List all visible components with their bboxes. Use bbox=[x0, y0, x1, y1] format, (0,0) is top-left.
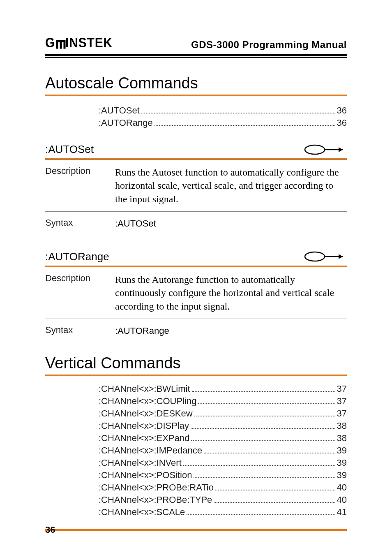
brand-text-right: INSTEK bbox=[65, 35, 113, 51]
cmd-block-autorange: :AUTORange Description Runs the Autorang… bbox=[45, 250, 347, 343]
row-label: Syntax bbox=[45, 325, 115, 337]
toc-row: :CHANnel<x>:BWLimit37 bbox=[99, 384, 347, 394]
row-syntax: Syntax :AUTORange bbox=[45, 319, 347, 343]
toc-leaders bbox=[187, 507, 335, 515]
autoscale-toc: :AUTOSet 36 :AUTORange 36 bbox=[99, 105, 347, 128]
toc-cmd: :CHANnel<x>:SCALe bbox=[99, 507, 185, 518]
toc-cmd: :CHANnel<x>:PROBe:RATio bbox=[99, 482, 214, 493]
toc-leaders bbox=[204, 445, 335, 453]
toc-row: :CHANnel<x>:INVert39 bbox=[99, 458, 347, 468]
row-description: Description Runs the Autoset function to… bbox=[45, 160, 347, 211]
toc-row: :AUTORange 36 bbox=[99, 118, 347, 128]
toc-page: 39 bbox=[337, 470, 347, 481]
section-title-autoscale: Autoscale Commands bbox=[45, 74, 347, 92]
toc-cmd: :CHANnel<x>:COUPling bbox=[99, 396, 196, 407]
toc-cmd: :AUTORange bbox=[99, 118, 153, 128]
toc-row: :CHANnel<x>:DESKew37 bbox=[99, 408, 347, 419]
toc-leaders bbox=[183, 458, 335, 466]
manual-title: GDS-3000 Programming Manual bbox=[191, 39, 347, 51]
footer-rule bbox=[45, 529, 347, 531]
toc-page: 40 bbox=[337, 482, 347, 493]
svg-marker-2 bbox=[339, 147, 343, 152]
row-syntax: Syntax :AUTOSet bbox=[45, 211, 347, 236]
row-body: Runs the Autorange function to automatic… bbox=[115, 273, 347, 313]
section-title-vertical: Vertical Commands bbox=[45, 354, 347, 372]
toc-row: :CHANnel<x>:EXPand38 bbox=[99, 433, 347, 444]
brand-text-left: G bbox=[45, 35, 55, 51]
toc-leaders bbox=[141, 105, 335, 113]
svg-marker-5 bbox=[339, 254, 343, 259]
row-label: Description bbox=[45, 166, 115, 206]
toc-cmd: :CHANnel<x>:IMPedance bbox=[99, 445, 202, 456]
section-rule bbox=[45, 375, 347, 376]
toc-leaders bbox=[194, 470, 335, 478]
toc-leaders bbox=[191, 421, 335, 429]
row-label: Description bbox=[45, 273, 115, 313]
toc-row: :CHANnel<x>:DISPlay38 bbox=[99, 421, 347, 431]
brand-logo: G INSTEK bbox=[45, 35, 119, 51]
toc-cmd: :CHANnel<x>:DESKew bbox=[99, 408, 193, 419]
toc-leaders bbox=[194, 408, 335, 416]
toc-cmd: :CHANnel<x>:PROBe:TYPe bbox=[99, 495, 212, 505]
toc-cmd: :AUTOSet bbox=[99, 105, 140, 116]
set-arrow-icon bbox=[304, 251, 347, 262]
toc-page: 38 bbox=[337, 421, 347, 431]
section-rule bbox=[45, 95, 347, 96]
toc-row: :CHANnel<x>:PROBe:TYPe40 bbox=[99, 495, 347, 505]
svg-point-0 bbox=[305, 145, 325, 154]
toc-leaders bbox=[192, 384, 335, 392]
vertical-toc: :CHANnel<x>:BWLimit37 :CHANnel<x>:COUPli… bbox=[99, 384, 347, 518]
toc-page: 38 bbox=[337, 433, 347, 444]
header-rule-thick bbox=[45, 54, 347, 56]
row-description: Description Runs the Autorange function … bbox=[45, 267, 347, 319]
toc-page: 37 bbox=[337, 408, 347, 419]
toc-page: 40 bbox=[337, 495, 347, 505]
toc-row: :AUTOSet 36 bbox=[99, 105, 347, 116]
toc-page: 41 bbox=[337, 507, 347, 518]
toc-row: :CHANnel<x>:SCALe41 bbox=[99, 507, 347, 518]
toc-row: :CHANnel<x>:PROBe:RATio40 bbox=[99, 482, 347, 493]
toc-page: 36 bbox=[337, 105, 347, 116]
set-arrow-icon bbox=[304, 144, 347, 155]
cmd-name: :AUTOSet bbox=[45, 143, 94, 156]
toc-page: 36 bbox=[337, 118, 347, 128]
row-body: Runs the Autoset function to automatical… bbox=[115, 166, 347, 206]
header-rule-thin bbox=[45, 57, 347, 58]
toc-leaders bbox=[215, 482, 335, 490]
page-number: 36 bbox=[45, 525, 55, 535]
toc-cmd: :CHANnel<x>:DISPlay bbox=[99, 421, 189, 431]
toc-cmd: :CHANnel<x>:BWLimit bbox=[99, 384, 190, 394]
row-body: :AUTOSet bbox=[115, 217, 347, 230]
toc-leaders bbox=[198, 396, 335, 404]
toc-page: 39 bbox=[337, 445, 347, 456]
svg-point-3 bbox=[305, 252, 325, 261]
toc-row: :CHANnel<x>:IMPedance39 bbox=[99, 445, 347, 456]
toc-page: 37 bbox=[337, 396, 347, 407]
toc-row: :CHANnel<x>:COUPling37 bbox=[99, 396, 347, 407]
toc-cmd: :CHANnel<x>:EXPand bbox=[99, 433, 189, 444]
row-body: :AUTORange bbox=[115, 325, 347, 337]
toc-row: :CHANnel<x>:POSition39 bbox=[99, 470, 347, 481]
toc-leaders bbox=[214, 495, 335, 503]
toc-cmd: :CHANnel<x>:POSition bbox=[99, 470, 192, 481]
toc-leaders bbox=[191, 433, 335, 441]
brand-glyph-icon bbox=[55, 38, 66, 49]
toc-cmd: :CHANnel<x>:INVert bbox=[99, 458, 182, 468]
cmd-name: :AUTORange bbox=[45, 250, 109, 263]
toc-page: 39 bbox=[337, 458, 347, 468]
toc-page: 37 bbox=[337, 384, 347, 394]
cmd-block-autoset: :AUTOSet Description Runs the Autoset fu… bbox=[45, 143, 347, 236]
row-label: Syntax bbox=[45, 217, 115, 230]
toc-leaders bbox=[154, 118, 335, 126]
